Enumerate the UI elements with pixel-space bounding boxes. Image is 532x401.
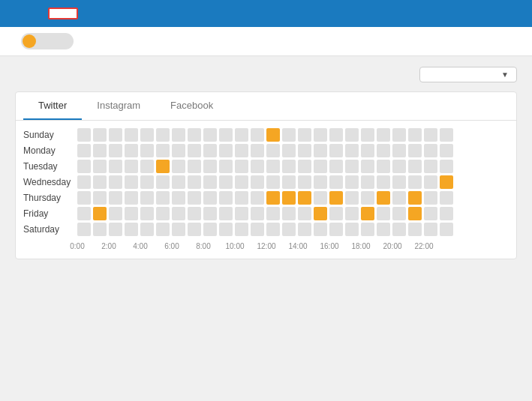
heatmap-cell: [172, 223, 185, 236]
heatmap-cell: [93, 128, 107, 142]
heatmap-cell: [172, 207, 185, 220]
heatmap-row: Tuesday: [23, 160, 509, 173]
heatmap-cell: [219, 160, 233, 173]
heatmap-cell: [235, 191, 248, 205]
heatmap-cell: [109, 207, 122, 220]
heatmap-cell: [140, 175, 154, 189]
heatmap-cell: [172, 144, 185, 157]
heatmap-cell: [188, 207, 201, 220]
heatmap-cell: [361, 191, 374, 205]
tab-instagram[interactable]: Instagram: [82, 92, 155, 120]
heatmap-cell: [93, 160, 107, 173]
heatmap-cell: [125, 207, 138, 220]
activity-select[interactable]: ▼: [428, 70, 509, 79]
graphs-tab[interactable]: [15, 9, 42, 18]
heatmap-cell: [188, 128, 201, 142]
x-axis-label: 18:00: [351, 242, 370, 250]
heatmap-row: Sunday: [23, 128, 509, 142]
heatmap-cell: [93, 223, 107, 236]
heatmap-cell: [361, 223, 374, 236]
toggle-knob: [23, 34, 36, 48]
x-axis-label: 14:00: [288, 242, 307, 250]
heatmap-row: Friday: [23, 207, 509, 220]
day-cells: [77, 144, 453, 157]
heatmap-cell: [235, 223, 248, 236]
top-nav: [0, 0, 532, 27]
heatmap-cell: [251, 223, 264, 236]
dropdown-arrow-icon: ▼: [501, 70, 509, 79]
heatmap-cell: [109, 160, 122, 173]
heatmap-cell: [377, 160, 390, 173]
heatmap-cell: [140, 223, 154, 236]
x-axis-label: 2:00: [101, 242, 116, 250]
heatmap-cell: [188, 175, 201, 189]
header-row: ▼: [15, 67, 517, 82]
heatmap-cell: [109, 128, 122, 142]
day-cells: [77, 207, 453, 220]
x-axis-label: 12:00: [257, 242, 275, 250]
heatmap-cell: [125, 144, 138, 157]
heatmap-cell: [314, 128, 327, 142]
heatmap-cell: [298, 175, 311, 189]
chart-area: SundayMondayTuesdayWednesdayThursdayFrid…: [16, 121, 516, 259]
day-label: Wednesday: [23, 177, 77, 187]
day-label: Friday: [23, 208, 77, 219]
heatmap-cell: [156, 175, 170, 189]
heatmap-cell: [77, 160, 91, 173]
heatmap-cell: [345, 144, 359, 157]
x-axis-label: 10:00: [225, 242, 244, 250]
heatmap-cell: [125, 175, 138, 189]
heatmap-cell: [93, 207, 107, 220]
heatmap-cell: [377, 128, 390, 142]
heatmap-cell: [345, 128, 359, 142]
tab-facebook[interactable]: Facebook: [155, 92, 228, 120]
heatmap-cell: [266, 175, 280, 189]
platform-tabs: Twitter Instagram Facebook: [16, 92, 516, 121]
heatmap-cell: [408, 144, 422, 157]
heatmap-cell: [345, 191, 359, 205]
heatmap-cell: [266, 207, 280, 220]
heatmap-cell: [408, 223, 422, 236]
heatmap-cell: [203, 191, 217, 205]
heatmap-cell: [109, 175, 122, 189]
day-cells: [77, 175, 453, 189]
heatmap-row: Saturday: [23, 223, 509, 236]
heatmap-cell: [282, 128, 296, 142]
heatmap-cell: [314, 223, 327, 236]
heatmap-cell: [329, 191, 343, 205]
heatmap-cell: [251, 175, 264, 189]
heatmap-cell: [329, 223, 343, 236]
brand-toggle[interactable]: [21, 33, 74, 49]
day-label: Tuesday: [23, 161, 77, 172]
heatmap-cell: [377, 175, 390, 189]
heatmap-cell: [440, 160, 453, 173]
heatmap-cell: [329, 175, 343, 189]
heatmap-cell: [314, 175, 327, 189]
heatmap-cell: [424, 207, 437, 220]
heatmap-cell: [361, 128, 374, 142]
heatmap-cell: [156, 144, 170, 157]
heatmap-cell: [251, 128, 264, 142]
heatmap-cell: [408, 191, 422, 205]
heatmap-cell: [361, 207, 374, 220]
heatmap-cell: [298, 160, 311, 173]
tab-twitter[interactable]: Twitter: [23, 92, 82, 120]
heatmap-cell: [140, 144, 154, 157]
heatmap-cell: [93, 144, 107, 157]
heatmap-cell: [219, 128, 233, 142]
heatmap-cell: [440, 128, 453, 142]
heatmap-row: Wednesday: [23, 175, 509, 189]
heatmap-cell: [282, 160, 296, 173]
heatmap-cell: [424, 223, 437, 236]
heatmap-cell: [298, 191, 311, 205]
heatmap-cell: [140, 128, 154, 142]
day-cells: [77, 223, 453, 236]
activity-dropdown[interactable]: ▼: [419, 67, 517, 82]
heatmap-cell: [125, 160, 138, 173]
smart-insights-tab[interactable]: [48, 7, 78, 19]
heatmap-cell: [282, 191, 296, 205]
day-label: Thursday: [23, 193, 77, 203]
heatmap-cell: [282, 223, 296, 236]
heatmap-cell: [266, 144, 280, 157]
heatmap-cell: [314, 160, 327, 173]
